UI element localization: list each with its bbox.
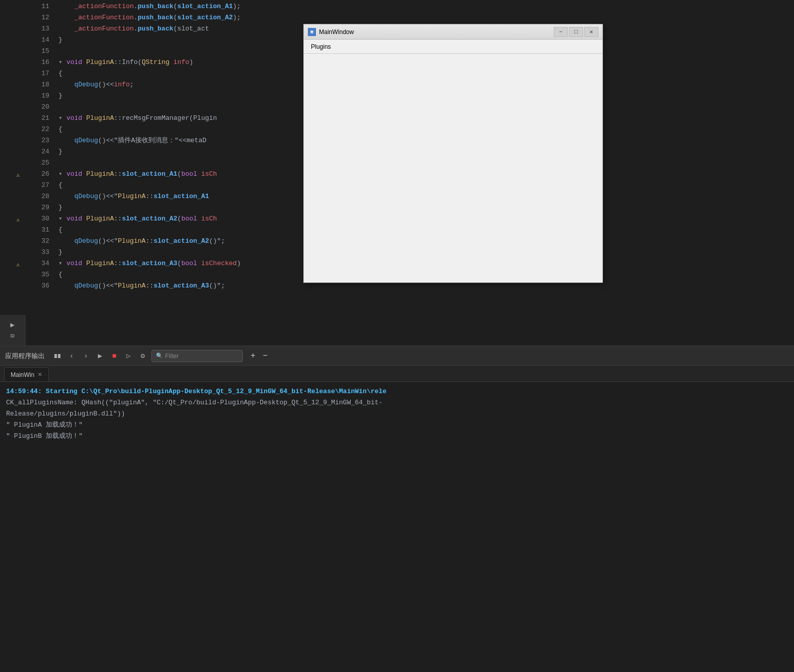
- filter-search-icon: 🔍: [156, 353, 163, 359]
- svg-rect-0: [54, 354, 57, 358]
- line-number-28: 28: [25, 191, 49, 202]
- line-number-31: 31: [25, 225, 49, 236]
- line-number-14: 14: [25, 35, 49, 46]
- dialog-app-icon: ▣: [308, 28, 316, 36]
- line-number-18: 18: [25, 79, 49, 90]
- output-line-0: 14:59:44: Starting C:\Qt_Pro\build-Plugi…: [6, 386, 788, 397]
- dialog-close-button[interactable]: ✕: [584, 27, 598, 37]
- tab-label: MainWin: [11, 371, 35, 378]
- filter-input-wrap[interactable]: 🔍: [151, 350, 243, 362]
- line-number-15: 15: [25, 46, 49, 57]
- dialog-body: [304, 54, 602, 282]
- toolbar-process-icon[interactable]: [52, 350, 63, 362]
- line-number-34: ⚠34: [25, 258, 49, 269]
- zoom-out-button[interactable]: −: [260, 351, 270, 361]
- line-number-23: 23: [25, 135, 49, 146]
- svg-rect-1: [58, 354, 60, 358]
- output-toolbar: 应用程序输出 ‹ › ▶ ■ ▷ ⚙ 🔍 + −: [0, 346, 794, 366]
- fold-indicator[interactable]: ▾: [58, 260, 67, 267]
- line-number-13: 13: [25, 23, 49, 35]
- dialog-menubar: Plugins: [304, 40, 602, 54]
- dialog-titlebar: ▣ MainWindow − □ ✕: [304, 24, 602, 40]
- output-icon[interactable]: ⊟: [11, 332, 14, 340]
- code-line-11: _actionFunction.push_back(slot_action_A1…: [53, 1, 794, 12]
- line-number-19: 19: [25, 90, 49, 102]
- toolbar-next-button[interactable]: ›: [80, 350, 91, 362]
- filter-input[interactable]: [165, 353, 231, 360]
- line-number-24: 24: [25, 146, 49, 157]
- line-number-29: 29: [25, 202, 49, 213]
- output-tab-mainwin[interactable]: MainWin ✕: [4, 367, 49, 381]
- line-number-16: 16: [25, 57, 49, 68]
- line-number-11: 11: [25, 1, 49, 12]
- toolbar-prev-button[interactable]: ‹: [66, 350, 77, 362]
- output-content: 14:59:44: Starting C:\Qt_Pro\build-Plugi…: [0, 382, 794, 446]
- output-line-3: " PluginA 加载成功！": [6, 420, 788, 431]
- line-number-32: 32: [25, 236, 49, 247]
- dialog-controls: − □ ✕: [554, 27, 598, 37]
- output-tabs: MainWin ✕: [0, 366, 794, 382]
- dialog-minimize-button[interactable]: −: [554, 27, 568, 37]
- tab-close-icon[interactable]: ✕: [38, 371, 42, 378]
- output-line-1: CK_allPluginsName: QHash(("pluginA", "C:…: [6, 397, 788, 408]
- dialog-title: MainWindow: [319, 28, 554, 36]
- main-window-dialog: ▣ MainWindow − □ ✕ Plugins: [303, 24, 603, 283]
- line-number-21: 21: [25, 113, 49, 124]
- toolbar-attach-button[interactable]: ▷: [123, 350, 134, 362]
- toolbar-stop-button[interactable]: ■: [109, 350, 120, 362]
- line-number-35: 35: [25, 269, 49, 280]
- line-number-22: 22: [25, 124, 49, 135]
- line-number-25: 25: [25, 157, 49, 169]
- dialog-menu-plugins[interactable]: Plugins: [306, 41, 336, 52]
- toolbar-run-button[interactable]: ▶: [94, 350, 106, 362]
- line-number-27: 27: [25, 180, 49, 191]
- fold-indicator[interactable]: ▾: [58, 58, 67, 66]
- fold-indicator[interactable]: ▾: [58, 170, 67, 178]
- line-number-30: ⚠30: [25, 213, 49, 225]
- line-numbers: 111213141516171819202122232425⚠26272829⚠…: [25, 0, 53, 345]
- output-line-4: " PluginB 加载成功！": [6, 431, 788, 442]
- line-number-26: ⚠26: [25, 169, 49, 180]
- warning-icon: ⚠: [16, 170, 20, 181]
- right-arrow-icon[interactable]: ▶: [10, 321, 14, 329]
- dialog-maximize-button[interactable]: □: [569, 27, 583, 37]
- output-panel-title: 应用程序输出: [5, 351, 45, 361]
- plus-minus-buttons: + −: [248, 351, 270, 361]
- fold-indicator[interactable]: ▾: [58, 215, 67, 222]
- line-number-17: 17: [25, 68, 49, 79]
- line-number-12: 12: [25, 12, 49, 23]
- output-line-2: Release/plugins/pluginB.dll")): [6, 408, 788, 420]
- code-line-12: _actionFunction.push_back(slot_action_A2…: [53, 12, 794, 23]
- line-number-33: 33: [25, 247, 49, 258]
- warning-icon: ⚠: [16, 214, 20, 226]
- line-number-20: 20: [25, 102, 49, 113]
- toolbar-settings-button[interactable]: ⚙: [137, 350, 148, 362]
- warning-icon: ⚠: [16, 259, 20, 270]
- fold-indicator[interactable]: ▾: [58, 114, 67, 122]
- zoom-in-button[interactable]: +: [248, 351, 258, 361]
- output-panel: 应用程序输出 ‹ › ▶ ■ ▷ ⚙ 🔍 + − MainWin ✕ 14:59…: [0, 345, 794, 672]
- line-number-36: 36: [25, 280, 49, 292]
